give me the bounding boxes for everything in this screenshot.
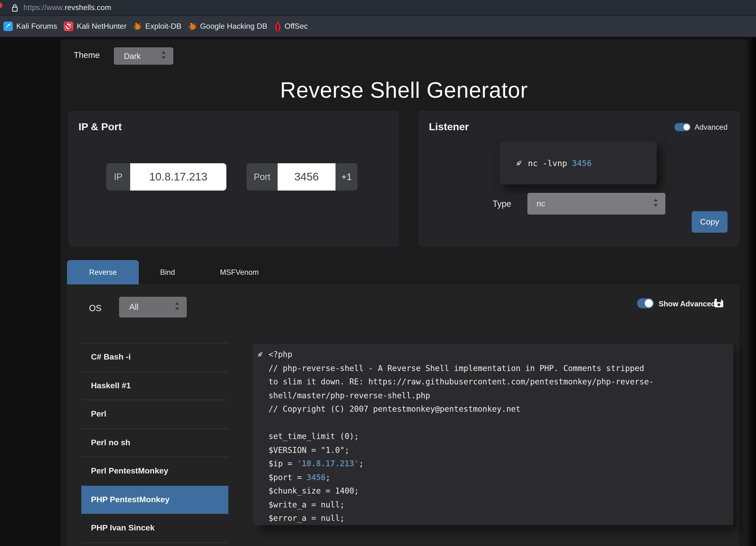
- show-advanced-label: Show Advanced: [659, 300, 716, 308]
- shell-item-php-ivan-sincek[interactable]: PHP Ivan Sincek: [81, 514, 228, 542]
- port-label: Port: [246, 163, 278, 191]
- tab-reverse[interactable]: Reverse: [67, 260, 139, 284]
- listener-command-port: 3456: [572, 158, 592, 168]
- url-scheme: https://www.: [23, 3, 65, 11]
- bookmark-exploit-db[interactable]: Exploit-DB: [133, 22, 181, 31]
- listener-type-select[interactable]: nc: [527, 193, 665, 214]
- code-line: $port = 3456;: [269, 471, 728, 484]
- show-advanced-toggle[interactable]: [637, 298, 654, 308]
- code-line: $chunk_size = 1400;: [269, 484, 728, 498]
- theme-label: Theme: [74, 50, 100, 60]
- code-panel[interactable]: <?php// php-reverse-shell - A Reverse Sh…: [253, 344, 733, 525]
- code-line: $write_a = null;: [269, 498, 728, 512]
- theme-select-value: Dark: [124, 51, 141, 61]
- code-line: $VERSION = "1.0";: [269, 444, 728, 457]
- bookmark-kali-nethunter[interactable]: Kali NetHunter: [64, 22, 127, 31]
- ip-port-heading: IP & Port: [78, 121, 122, 133]
- code-line: shell/master/php-reverse-shell.php: [269, 389, 728, 403]
- bookmark-label: Google Hacking DB: [200, 22, 267, 31]
- offsec-icon: [274, 21, 281, 32]
- shell-item-perl-no-sh[interactable]: Perl no sh: [81, 428, 228, 457]
- listener-command: nc -lvnp 3456: [528, 158, 592, 168]
- toggle-knob: [645, 299, 653, 307]
- bug-icon: [188, 22, 197, 31]
- rocket-icon: [515, 159, 523, 167]
- toggle-knob: [683, 124, 690, 130]
- red-notification-dot: [0, 2, 2, 8]
- url-domain: revshells.com: [65, 3, 111, 11]
- advanced-toggle[interactable]: [674, 123, 691, 131]
- address-bar[interactable]: https://www.revshells.com: [0, 0, 756, 16]
- rocket-icon: [256, 350, 264, 359]
- listener-heading: Listener: [429, 121, 469, 133]
- shell-item-haskell-1[interactable]: Haskell #1: [81, 371, 228, 400]
- save-floppy-icon[interactable]: [713, 297, 725, 311]
- padlock-icon[interactable]: [11, 3, 19, 14]
- bookmarks-bar: Kali ForumsKali NetHunterExploit-DBGoogl…: [0, 16, 756, 38]
- up-down-arrows-icon: [175, 302, 179, 312]
- bookmark-kali-forums[interactable]: Kali Forums: [3, 22, 57, 31]
- shell-code: <?php// php-reverse-shell - A Reverse Sh…: [269, 348, 728, 525]
- bookmark-offsec[interactable]: OffSec: [274, 21, 308, 32]
- code-line: // Copyright (C) 2007 pentestmonkey@pent…: [269, 403, 728, 416]
- code-line: <?php: [269, 348, 728, 362]
- ip-label: IP: [106, 163, 130, 191]
- bookmark-label: Exploit-DB: [145, 22, 181, 31]
- code-line: set_time_limit (0);: [269, 430, 728, 444]
- reverse-tab-panel: OS All Show Advanced C# Bash -iHaskell #…: [67, 284, 739, 546]
- copy-button[interactable]: Copy: [692, 211, 728, 233]
- os-select-value: All: [129, 302, 139, 312]
- scrollbar-track[interactable]: [748, 38, 756, 546]
- bookmark-label: OffSec: [285, 22, 308, 31]
- nethunter-icon: [64, 22, 73, 31]
- ip-input-group: IP: [106, 163, 226, 191]
- bookmark-label: Kali Forums: [16, 22, 57, 31]
- up-down-arrows-icon: [161, 51, 166, 61]
- shell-item-php-pentestmonkey[interactable]: PHP PentestMonkey: [81, 485, 228, 514]
- code-line: [269, 416, 728, 430]
- port-increment-button[interactable]: +1: [336, 163, 358, 191]
- shell-tabs: Reverse Bind MSFVenom: [67, 260, 282, 284]
- code-line: $ip = '10.8.17.213';: [269, 457, 728, 471]
- kali-dragon-icon: [3, 22, 13, 31]
- bookmark-google-hacking-db[interactable]: Google Hacking DB: [188, 22, 267, 31]
- ip-input[interactable]: [130, 163, 226, 191]
- os-label: OS: [89, 304, 101, 314]
- os-select[interactable]: All: [119, 297, 187, 317]
- listener-command-box: nc -lvnp 3456: [500, 142, 657, 184]
- shell-item-c-bash-i[interactable]: C# Bash -i: [81, 343, 228, 371]
- tab-msfvenom[interactable]: MSFVenom: [196, 260, 282, 284]
- page-title: Reverse Shell Generator: [60, 77, 748, 103]
- shell-item-perl-pentestmonkey[interactable]: Perl PentestMonkey: [81, 457, 228, 485]
- port-input[interactable]: [278, 163, 336, 191]
- browser-window: https://www.revshells.com Kali ForumsKal…: [0, 0, 756, 546]
- shell-list: C# Bash -iHaskell #1PerlPerl no shPerl P…: [81, 343, 228, 546]
- code-line: $error_a = null;: [269, 512, 728, 525]
- bug-icon: [133, 22, 142, 31]
- listener-type-label: Type: [482, 199, 511, 209]
- up-down-arrows-icon: [653, 199, 658, 209]
- advanced-label: Advanced: [694, 123, 728, 132]
- port-input-group: Port +1: [246, 163, 358, 191]
- bookmark-label: Kali NetHunter: [77, 22, 127, 31]
- listener-panel: Listener Advanced nc -lvnp 3456 Type: [418, 111, 740, 247]
- url-text[interactable]: https://www.revshells.com: [23, 0, 111, 15]
- tab-bind[interactable]: Bind: [139, 260, 196, 284]
- theme-select[interactable]: Dark: [114, 47, 173, 65]
- ip-port-panel: IP & Port IP Port +1: [68, 111, 399, 247]
- listener-type-value: nc: [537, 199, 545, 208]
- code-line: to slim it down. RE: https://raw.githubu…: [269, 375, 728, 389]
- shell-item-perl[interactable]: Perl: [81, 400, 228, 428]
- main-content-card: Theme Dark Reverse Shell Generator IP & …: [60, 39, 748, 546]
- shell-item-partial[interactable]: [81, 542, 228, 546]
- code-line: // php-reverse-shell - A Reverse Shell i…: [269, 362, 728, 375]
